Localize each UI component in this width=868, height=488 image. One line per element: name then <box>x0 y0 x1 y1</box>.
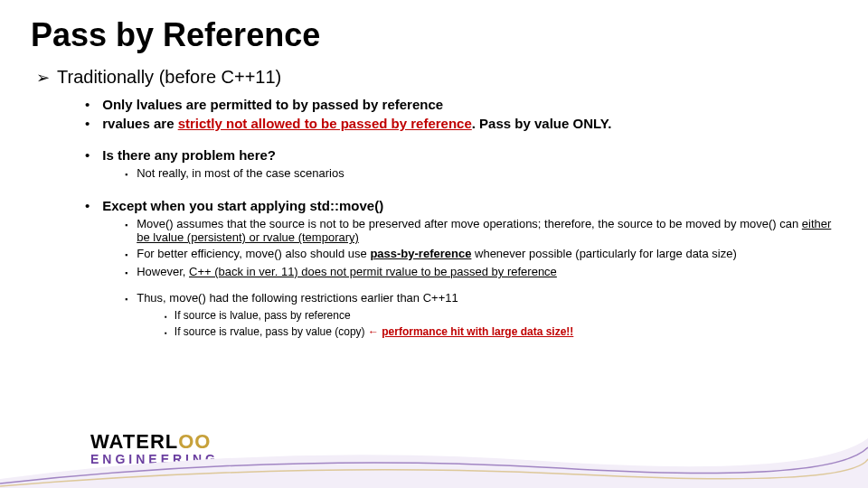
square-icon: ▪ <box>165 327 167 340</box>
arrow-icon: ➢ <box>36 68 50 88</box>
b4-3-underline: C++ (back in ver. 11) does not permit rv… <box>189 265 557 278</box>
square-icon: ▪ <box>165 311 167 324</box>
b4-2-text: For better efficiency, move() also shoul… <box>137 247 737 260</box>
b4-1-text: Move() assumes that the source is not to… <box>137 217 837 244</box>
b3-text: Is there any problem here? <box>102 147 276 163</box>
b4-text: Except when you start applying std::move… <box>102 198 383 213</box>
subsub-lvalue: ▪ If source is lvalue, pass by reference <box>165 309 837 324</box>
b4-1-pre: Move() assumes that the source is not to… <box>137 217 802 230</box>
square-icon: ▪ <box>125 167 127 182</box>
logo-engineering: ENGINEERING <box>90 452 219 466</box>
bullet-lvalues: • Only lvalues are permitted to by passe… <box>85 97 837 112</box>
bullet-dot: • <box>85 198 90 213</box>
l1-text: Traditionally (before C++11) <box>57 67 281 88</box>
b4-2-pre: For better efficiency, move() also shoul… <box>137 247 370 260</box>
bullet-except-move: • Except when you start applying std::mo… <box>85 198 837 213</box>
slide-content: Pass by Reference ➢ Traditionally (befor… <box>0 0 868 340</box>
sub-not-really: ▪ Not really, in most of the case scenar… <box>125 166 837 182</box>
bullet-problem: • Is there any problem here? <box>85 147 837 163</box>
b4-4-1-text: If source is lvalue, pass by reference <box>175 309 351 322</box>
logo-waterl: WATERL <box>90 430 178 453</box>
b2-pre: rvalues are <box>102 116 177 131</box>
b4-4-2-red: performance hit with large data size!! <box>382 325 573 338</box>
waterloo-logo: WATERLOO ENGINEERING <box>90 430 219 466</box>
b4-2-underline: pass-by-reference <box>370 247 471 260</box>
bullet-rvalues: • rvalues are strictly not allowed to be… <box>85 116 837 131</box>
subsub-rvalue: ▪ If source is rvalue, pass by value (co… <box>165 325 837 340</box>
bullet-level1: ➢ Traditionally (before C++11) <box>36 67 837 88</box>
b2-text: rvalues are strictly not allowed to be p… <box>102 116 611 131</box>
bullet-dot: • <box>85 147 90 163</box>
b4-4-2-text: If source is rvalue, pass by value (copy… <box>175 325 573 338</box>
sub-better-efficiency: ▪ For better efficiency, move() also sho… <box>125 247 837 262</box>
sub-thus: ▪ Thus, move() had the following restric… <box>125 291 837 306</box>
b2-underline: strictly not allowed to be passed by ref… <box>178 116 472 131</box>
b4-4-text: Thus, move() had the following restricti… <box>137 291 458 305</box>
b2-post: . Pass by value ONLY. <box>472 116 612 131</box>
square-icon: ▪ <box>125 292 127 306</box>
square-icon: ▪ <box>125 248 127 262</box>
b4-3-pre: However, <box>137 265 189 278</box>
logo-oo: OO <box>178 430 211 453</box>
b3-1-text: Not really, in most of the case scenario… <box>137 166 344 180</box>
square-icon: ▪ <box>125 218 127 232</box>
bullet-dot: • <box>85 116 90 131</box>
b4-4-2-pre: If source is rvalue, pass by value (copy… <box>175 325 368 338</box>
b1-text: Only lvalues are permitted to by passed … <box>102 97 443 112</box>
b4-2-post: whenever possible (particularly for larg… <box>471 247 736 260</box>
left-arrow-icon: ← <box>368 325 379 338</box>
b4-3-text: However, C++ (back in ver. 11) does not … <box>137 265 557 278</box>
sub-move-assumes: ▪ Move() assumes that the source is not … <box>125 217 837 244</box>
bullet-dot: • <box>85 97 90 112</box>
logo-waterloo: WATERLOO <box>90 430 219 454</box>
slide-title: Pass by Reference <box>31 16 837 54</box>
sub-however: ▪ However, C++ (back in ver. 11) does no… <box>125 265 837 280</box>
square-icon: ▪ <box>125 266 127 280</box>
